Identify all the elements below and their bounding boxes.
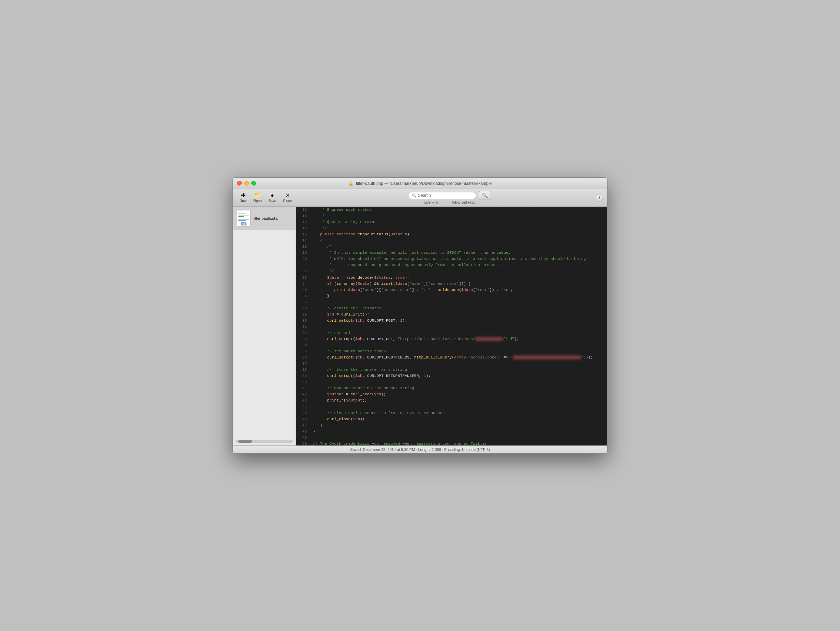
table-row: 16 public function enqueueStatus($status… bbox=[296, 231, 607, 237]
table-row: 34 bbox=[296, 342, 607, 348]
search-area: 🔍 🔍 Live Find Advanced Find bbox=[408, 191, 491, 204]
new-icon: ✚ bbox=[241, 193, 245, 198]
search-bar: 🔍 🔍 bbox=[408, 191, 491, 200]
table-row: 42 $output = curl_exec($ch); bbox=[296, 391, 607, 397]
table-row: 14 * @param string $status bbox=[296, 219, 607, 225]
table-row: 19 * In this simple example, we will jus… bbox=[296, 250, 607, 256]
main-window: 🔒 filter-oauth.php — /Users/markneub/Dow… bbox=[232, 177, 608, 454]
table-row: 30 curl_setopt($ch, CURLOPT_POST, 1); bbox=[296, 318, 607, 324]
save-icon: ● bbox=[271, 193, 274, 198]
table-row: 44 bbox=[296, 404, 607, 410]
sidebar-filename: filter-oauth.php bbox=[253, 216, 278, 220]
code-editor[interactable]: 12 * Enqueue each status 13 * 14 * @para… bbox=[296, 207, 607, 446]
titlebar: 🔒 filter-oauth.php — /Users/markneub/Dow… bbox=[233, 178, 607, 189]
table-row: 26 } bbox=[296, 293, 607, 299]
live-find-label: Live Find bbox=[425, 201, 438, 204]
table-row: 39 curl_setopt($ch, CURLOPT_RETURNTRANSF… bbox=[296, 373, 607, 379]
table-row: 15 */ bbox=[296, 225, 607, 231]
table-row: 18 /* bbox=[296, 244, 607, 250]
advanced-find-label: Advanced Find bbox=[452, 201, 475, 204]
traffic-lights bbox=[237, 181, 256, 185]
table-row: 43 print_r($output); bbox=[296, 397, 607, 403]
table-row: 28 // create curl resource bbox=[296, 305, 607, 312]
maximize-button[interactable] bbox=[251, 181, 256, 185]
table-row: 21 * enqueued and processed asyncronousl… bbox=[296, 262, 607, 268]
table-row: 45 // close curl resource to free up sys… bbox=[296, 410, 607, 416]
open-button[interactable]: 📁 Open bbox=[251, 191, 264, 204]
sidebar-scrollbar[interactable] bbox=[235, 440, 293, 443]
table-row: 48 } bbox=[296, 429, 607, 435]
main-content: PHP filter-oauth.php 12 * Enqueue each s… bbox=[233, 207, 607, 446]
status-bar: Saved: December 28, 2014 at 9:30 PM · Le… bbox=[233, 446, 607, 453]
sidebar: PHP filter-oauth.php bbox=[233, 207, 296, 446]
table-row: 40 bbox=[296, 379, 607, 385]
minimize-button[interactable] bbox=[244, 181, 249, 185]
toolbar: ✚ New 📁 Open ● Save ✕ Close 🔍 🔍 bbox=[233, 189, 607, 207]
search-magnifier-icon: 🔍 bbox=[412, 193, 417, 198]
close-doc-icon: ✕ bbox=[285, 193, 290, 198]
table-row: 25 print $data['user']['screen_name'] . … bbox=[296, 287, 607, 293]
search-labels: Live Find Advanced Find bbox=[425, 201, 475, 204]
folder-icon: 📁 bbox=[254, 193, 261, 198]
table-row: 37 bbox=[296, 361, 607, 367]
table-row: 32 // set url bbox=[296, 330, 607, 336]
status-text: Saved: December 28, 2014 at 9:30 PM · Le… bbox=[350, 448, 490, 452]
sidebar-file-item[interactable]: PHP filter-oauth.php bbox=[233, 207, 295, 230]
table-row: 20 * NOTE: You should NOT be processing … bbox=[296, 256, 607, 262]
table-row: 50 // The OAuth credentials you received… bbox=[296, 441, 607, 446]
table-row: 23 $data = json_decode($status, true); bbox=[296, 275, 607, 281]
table-row: 31 bbox=[296, 324, 607, 330]
table-row: 13 * bbox=[296, 213, 607, 219]
advanced-search-button[interactable]: 🔍 bbox=[479, 191, 491, 200]
close-button[interactable] bbox=[237, 181, 242, 185]
table-row: 29 $ch = curl_init(); bbox=[296, 312, 607, 318]
table-row: 27 bbox=[296, 299, 607, 305]
file-lock-icon: 🔒 bbox=[348, 181, 354, 186]
table-row: 22 */ bbox=[296, 268, 607, 274]
sidebar-scrollbar-thumb bbox=[238, 440, 252, 443]
save-button[interactable]: ● Save bbox=[265, 191, 279, 204]
close-doc-button[interactable]: ✕ Close bbox=[280, 191, 295, 204]
search-input-wrapper[interactable]: 🔍 bbox=[408, 192, 476, 199]
code-content: 12 * Enqueue each status 13 * 14 * @para… bbox=[296, 207, 607, 446]
table-row: 35 // set oauth access token bbox=[296, 348, 607, 354]
table-row: 17 { bbox=[296, 237, 607, 244]
new-button[interactable]: ✚ New bbox=[237, 191, 249, 204]
table-row: 24 if (is_array($data) && isset($data['u… bbox=[296, 281, 607, 287]
search-input[interactable] bbox=[418, 193, 472, 198]
table-row: 36 curl_setopt($ch, CURLOPT_POSTFIELDS, … bbox=[296, 354, 607, 361]
table-row: 33 curl_setopt($ch, CURLOPT_URL, "https:… bbox=[296, 336, 607, 342]
sidebar-scroll-area bbox=[233, 230, 295, 446]
table-row: 38 // return the transfer as a string bbox=[296, 367, 607, 373]
table-row: 12 * Enqueue each status bbox=[296, 207, 607, 213]
window-title: 🔒 filter-oauth.php — /Users/markneub/Dow… bbox=[348, 181, 492, 186]
info-button[interactable]: i bbox=[595, 194, 603, 202]
table-row: 46 curl_close($ch); bbox=[296, 416, 607, 422]
table-row: 49 bbox=[296, 435, 607, 441]
table-row: 47 } bbox=[296, 422, 607, 429]
table-row: 41 // $output contains the output string bbox=[296, 385, 607, 391]
file-thumbnail: PHP bbox=[237, 210, 251, 226]
